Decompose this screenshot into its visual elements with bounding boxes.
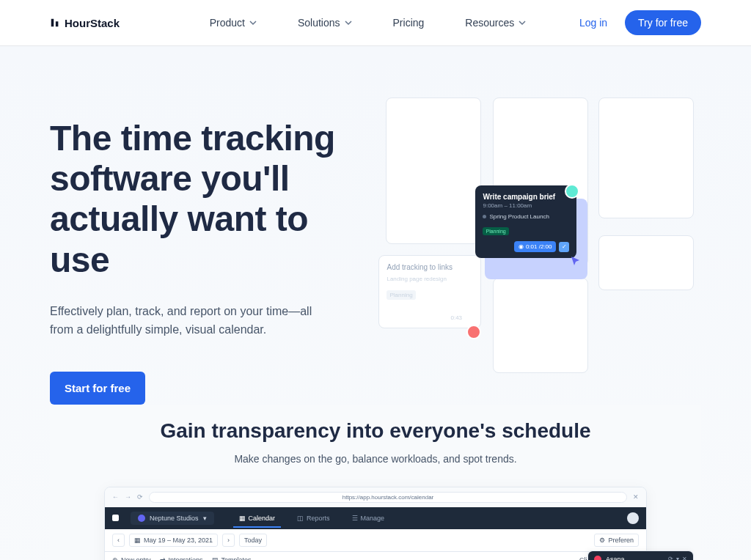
start-free-button[interactable]: Start for free [50, 372, 145, 405]
url-bar[interactable]: https://app.hourstack.com/calendar [149, 492, 627, 503]
primary-nav: Product Solutions Pricing Resources [210, 17, 527, 29]
tab-calendar[interactable]: ▦ Calendar [233, 509, 282, 528]
manage-icon: ☰ [352, 515, 358, 522]
task-title: Write campaign brief [483, 193, 569, 201]
illus-card [598, 97, 694, 218]
plus-icon: ⊕ [112, 556, 118, 560]
illus-card [598, 235, 694, 290]
brand-name: HourStack [65, 17, 120, 29]
workspace-switcher[interactable]: Neptune Studios ▾ [131, 512, 214, 525]
site-header: HourStack Product Solutions Pricing Reso… [0, 0, 751, 46]
card-title: Add tracking to links [387, 263, 473, 271]
integration-side-panel: Asana ⟳ ▾ ✕ ‹ Design [587, 550, 694, 560]
tab-manage[interactable]: ☰ Manage [346, 509, 391, 528]
illus-card [493, 278, 588, 373]
login-link[interactable]: Log in [579, 17, 607, 29]
nav-product[interactable]: Product [210, 17, 257, 29]
side-panel-header: Asana ⟳ ▾ ✕ [588, 551, 693, 560]
nav-pricing[interactable]: Pricing [393, 17, 425, 29]
avatar-icon [466, 325, 481, 339]
templates-icon: ▤ [212, 556, 219, 560]
close-icon[interactable]: ✕ [682, 556, 687, 560]
svg-rect-0 [51, 19, 54, 27]
templates-button[interactable]: ▤ Templates [212, 556, 252, 560]
section-subtitle: Make changes on the go, balance workload… [50, 453, 701, 465]
chevron-down-icon [249, 19, 257, 26]
app-logo-icon[interactable] [112, 515, 119, 521]
hero-title: The time tracking software you'll actual… [50, 118, 349, 280]
brand-logo[interactable]: HourStack [50, 17, 120, 29]
illus-card-light: Add tracking to links Landing page redes… [378, 255, 481, 328]
section-transparency: Gain transparency into everyone's schedu… [50, 405, 701, 560]
refresh-icon[interactable]: ⟳ [668, 556, 673, 560]
record-icon: ◉ [519, 243, 524, 250]
calendar-toolbar: ‹ ▦ May 19 – May 23, 2021 › Today ⚙ Pref… [105, 529, 646, 552]
task-time: 9:00am – 11:00am [483, 202, 569, 209]
illus-card [386, 97, 481, 244]
close-icon[interactable]: ✕ [633, 493, 639, 501]
calendar-icon: ▦ [239, 515, 246, 522]
card-project: Landing page redesign [387, 276, 473, 282]
integrations-button[interactable]: ⇄ Integrations [160, 556, 203, 560]
chevron-down-icon[interactable]: ▾ [676, 556, 679, 560]
timer-pill: ◉ 0:01 /2:00 [514, 241, 557, 252]
task-badge: Planning [483, 227, 508, 235]
nav-solutions[interactable]: Solutions [298, 17, 352, 29]
hero-subtitle: Effectively plan, track, and report on y… [50, 302, 314, 339]
refresh-icon[interactable]: ⟳ [137, 493, 143, 501]
reports-icon: ◫ [297, 515, 304, 522]
gear-icon: ⚙ [599, 537, 605, 544]
browser-mockup: ← → ⟳ https://app.hourstack.com/calendar… [104, 487, 647, 560]
prev-week-button[interactable]: ‹ [112, 534, 125, 547]
preferences-button[interactable]: ⚙ Preferen [594, 534, 639, 547]
svg-rect-1 [56, 21, 59, 26]
browser-chrome: ← → ⟳ https://app.hourstack.com/calendar… [105, 487, 646, 507]
next-week-button[interactable]: › [222, 534, 235, 547]
task-project: Spring Product Launch [483, 213, 569, 220]
try-free-button[interactable]: Try for free [625, 10, 701, 35]
integrations-icon: ⇄ [160, 556, 166, 560]
tab-reports[interactable]: ◫ Reports [291, 509, 336, 528]
float-timer: 0:43 [450, 314, 462, 321]
back-icon[interactable]: ← [112, 493, 119, 501]
cursor-icon [571, 256, 581, 266]
asana-icon [594, 556, 601, 560]
app-header: Neptune Studios ▾ ▦ Calendar ◫ Reports [105, 507, 646, 529]
calendar-sub-toolbar: ⊕ New entry ⇄ Integrations ▤ Templates C… [105, 552, 646, 560]
user-avatar[interactable] [627, 512, 639, 524]
date-range-picker[interactable]: ▦ May 19 – May 23, 2021 [129, 534, 218, 547]
today-button[interactable]: Today [239, 534, 267, 547]
section-title: Gain transparency into everyone's schedu… [50, 419, 701, 443]
chevron-down-icon [345, 19, 352, 26]
header-actions: Log in Try for free [579, 10, 701, 35]
hourstack-logo-icon [50, 18, 60, 28]
workspace-dot-icon [138, 515, 145, 522]
forward-icon[interactable]: → [125, 493, 131, 501]
check-button: ✓ [559, 242, 569, 252]
new-entry-button[interactable]: ⊕ New entry [112, 556, 151, 560]
hero-illustration: Add tracking to links Landing page redes… [378, 97, 701, 376]
nav-resources[interactable]: Resources [465, 17, 526, 29]
hero-section: The time tracking software you'll actual… [0, 46, 751, 560]
task-card-dark: Write campaign brief 9:00am – 11:00am Sp… [475, 185, 576, 258]
calendar-icon: ▦ [134, 537, 141, 544]
card-tag: Planning [387, 290, 415, 300]
chevron-down-icon: ▾ [203, 515, 207, 522]
chevron-down-icon [519, 19, 526, 26]
